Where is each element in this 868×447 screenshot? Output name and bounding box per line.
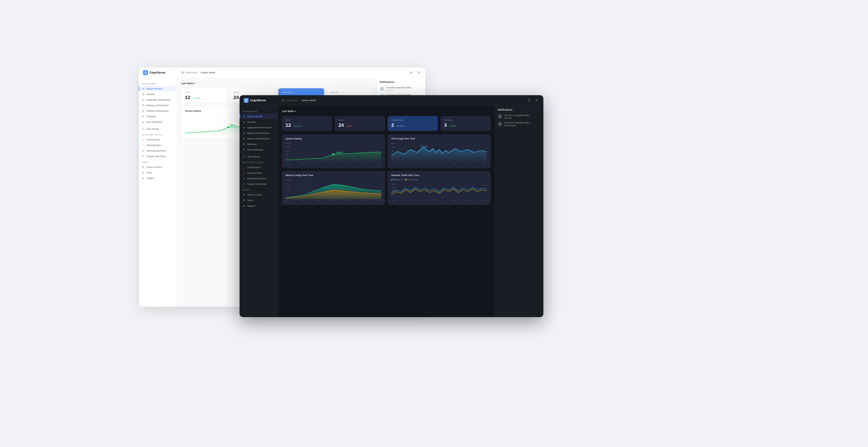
sidebar-item-geo[interactable]: ⊙ Geo Dashboard	[139, 119, 177, 125]
dark-critical-icon: △	[242, 166, 245, 169]
svg-text:200: 200	[391, 187, 396, 188]
svg-point-31	[529, 100, 530, 101]
svg-text:300: 300	[391, 183, 396, 185]
dark-team-icon: ⊙	[242, 199, 245, 202]
dark-arrow-up-2: ↑	[406, 125, 407, 127]
dark-sidebar-team[interactable]: ⊙ Team	[240, 198, 278, 203]
svg-rect-7	[183, 72, 184, 72]
dark-stat-overload-change: +6.08%	[448, 125, 456, 127]
svg-rect-6	[181, 72, 182, 72]
admin-section: Admin	[139, 159, 177, 164]
dark-uptime-x-labels: 24.0125.0126.0127.0128.0129.0130.01	[286, 164, 381, 165]
svg-text:75: 75	[391, 146, 395, 148]
chevron-down-icon: ▾	[194, 82, 195, 84]
dark-network-icon: ⊙	[242, 137, 245, 140]
svg-text:0: 0	[391, 194, 393, 196]
dark-sidebar-network[interactable]: ⊙ Network Infrastructure	[240, 136, 278, 141]
sidebar-item-team[interactable]: ⊙ Team	[139, 170, 177, 175]
dark-settings-icon[interactable]	[527, 98, 532, 103]
dark-backup-icon: ⊙	[242, 132, 245, 134]
dark-custom-icon: ≡	[242, 182, 245, 185]
svg-text:96: 96	[286, 154, 289, 156]
sidebar-item-alert-activity[interactable]: ☐ Alert Activity	[139, 126, 177, 132]
legend-network-in-dot	[391, 179, 393, 180]
sidebar-item-custom[interactable]: ≡ Custom Alert Rules	[139, 153, 177, 159]
svg-text:25: 25	[391, 154, 395, 156]
svg-point-10	[411, 72, 412, 73]
dark-sidebar-support[interactable]: ⊙ Support	[240, 203, 278, 209]
dark-sidebar-alert-activity[interactable]: ☐ Alert Activity	[240, 154, 278, 159]
svg-point-15	[227, 127, 229, 128]
light-breadcrumb: Dashboards / System Health	[181, 71, 409, 74]
sidebar-item-info[interactable]: ≡ Informational Alerts	[139, 148, 177, 153]
svg-point-36	[332, 153, 335, 155]
svg-text:99%: 99%	[230, 124, 236, 127]
dark-notif-avatar-2: 🐛	[498, 122, 503, 126]
svg-rect-8	[181, 73, 182, 74]
stat-errors-label: Errors	[185, 91, 223, 93]
sidebar-item-support[interactable]: ⊙ Support	[139, 175, 177, 181]
dark-breadcrumb-parent: Dashboards	[286, 99, 298, 102]
legend-network-out: Network Out	[405, 179, 418, 181]
light-stat-errors: Errors 12 +11.01% ↑	[181, 88, 227, 103]
info-alert-icon: ≡	[142, 149, 145, 152]
dark-stat-alarms-label: Alarms	[339, 119, 381, 121]
stat-errors-value: 12	[185, 95, 190, 100]
access-icon: ⊙	[142, 166, 145, 168]
dark-memory-area: 100 75 50 25 0	[286, 179, 381, 199]
svg-point-1	[145, 72, 146, 73]
dark-header: CogniSense Dashboards / System Health	[240, 95, 544, 106]
dark-uptime-svg: 99% 100 100 98 96 94	[286, 142, 381, 163]
dark-sidebar-backup[interactable]: ⊙ Backup and Recovery	[240, 130, 278, 136]
grid-icon	[181, 71, 184, 74]
light-settings-icon[interactable]	[409, 70, 413, 75]
dark-stat-critical-value: 2	[391, 123, 394, 128]
support-icon: ⊙	[142, 177, 145, 179]
svg-text:99%: 99%	[336, 151, 343, 154]
dark-support-icon: ⊙	[242, 204, 245, 207]
dark-stats-row: Errors 12 +11.01% ↑ Alarms 24 -0.03% ↓	[282, 116, 491, 131]
dark-sidebar-security[interactable]: ⊙ Security	[240, 119, 278, 125]
dark-chevron-icon: ▾	[295, 110, 296, 112]
svg-text:+1%: +1%	[421, 146, 427, 148]
dark-stat-errors-value: 12	[286, 123, 291, 128]
multi-tier-section: Multi-Tier Alerts	[139, 132, 177, 137]
sidebar-item-network[interactable]: ⊙ Network Infrastructure	[139, 108, 177, 113]
dark-sidebar-critical[interactable]: △ Critical Alerts	[240, 165, 278, 170]
svg-text:0: 0	[391, 158, 393, 160]
sidebar-item-backup[interactable]: ⊙ Backup and Recovery	[139, 102, 177, 108]
dark-sidebar-hardware[interactable]: ⊙ Hardware	[240, 141, 278, 147]
dark-chart-network: Network Traffic Over Time Network In Net…	[388, 171, 491, 205]
dark-sidebar-custom[interactable]: ≡ Custom Alert Rules	[240, 181, 278, 187]
dark-sidebar-system-health[interactable]: ⊙ System Health	[240, 113, 278, 119]
sidebar-item-security[interactable]: ⊙ Security	[139, 91, 177, 97]
dark-app-perf-icon: ⊙	[242, 126, 245, 129]
light-time-filter[interactable]: Last Week ▾	[181, 82, 195, 85]
dark-time-filter[interactable]: Last Week ▾	[282, 110, 296, 112]
dark-sidebar-info[interactable]: ≡ Informational Alerts	[240, 176, 278, 181]
dark-notifications: Notifications 🐛 You have a bug that need…	[495, 106, 544, 317]
dark-sidebar-access[interactable]: ⊙ Access Control	[240, 192, 278, 198]
light-bell-icon[interactable]	[416, 70, 421, 75]
dark-sidebar-warning[interactable]: △ Warning Alerts	[240, 170, 278, 176]
dark-header-actions	[527, 98, 539, 103]
dark-info-icon: ≡	[242, 177, 245, 180]
sidebar-item-app-perf[interactable]: ⊙ Application Performance	[139, 97, 177, 102]
svg-point-22	[246, 100, 247, 101]
dark-sidebar-geo[interactable]: ⊙ Geo Dashboard	[240, 147, 278, 152]
app-perf-icon: ⊙	[142, 98, 145, 101]
dark-sidebar-app-perf[interactable]: ⊙ Application Performance	[240, 125, 278, 130]
svg-rect-29	[282, 101, 283, 101]
dark-bell-icon[interactable]	[534, 98, 539, 103]
sidebar-item-critical[interactable]: △ Critical Alerts	[139, 137, 177, 142]
sidebar-item-warning[interactable]: △ Warning Alerts	[139, 142, 177, 148]
sidebar-item-access[interactable]: ⊙ Access Control	[139, 164, 177, 170]
light-header: CogniSense Dashboards / System Health	[139, 67, 425, 78]
sidebar-item-system-health[interactable]: ⊙ System Health	[139, 86, 177, 91]
dark-network-area: 300 200 100 0	[391, 182, 487, 199]
stat-alarms-label: Alarms	[234, 91, 272, 93]
svg-text:100: 100	[286, 146, 290, 148]
sidebar-item-hardware[interactable]: ⊙ Hardware	[139, 113, 177, 119]
dark-chart-cpu: CPU Usage Over Time	[388, 134, 491, 168]
svg-rect-30	[283, 101, 284, 101]
